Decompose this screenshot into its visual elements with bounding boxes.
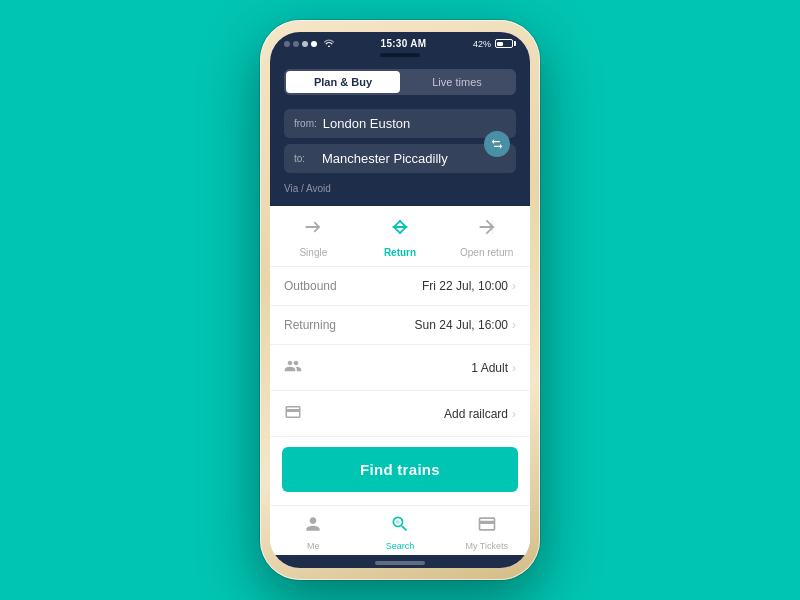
outbound-row[interactable]: Outbound Fri 22 Jul, 10:00 › [270,267,530,306]
speaker [380,53,420,57]
to-station-name: Manchester Piccadilly [322,151,448,166]
swap-stations-button[interactable] [484,131,510,157]
signal-dot-2 [293,41,299,47]
passengers-icon [284,357,304,378]
returning-label: Returning [284,318,349,332]
swap-icon [490,137,504,151]
wifi-icon [324,39,334,49]
signal-dot-1 [284,41,290,47]
returning-chevron: › [512,318,516,332]
outbound-chevron: › [512,279,516,293]
battery-area: 42% [473,39,516,49]
return-label: Return [384,247,416,258]
single-label: Single [299,247,327,258]
railcard-value: Add railcard [312,407,508,421]
outbound-value: Fri 22 Jul, 10:00 [349,279,508,293]
open-return-icon [476,216,498,243]
me-label: Me [307,541,320,551]
returning-row[interactable]: Returning Sun 24 Jul, 16:00 › [270,306,530,345]
via-avoid[interactable]: Via / Avoid [284,179,516,194]
phone-screen: 15:30 AM 42% Plan & Buy Live times [270,32,530,568]
from-label: from: [294,118,317,129]
find-trains-button[interactable]: Find trains [282,447,518,492]
status-time: 15:30 AM [381,38,427,49]
from-station-name: London Euston [323,116,410,131]
signal-dot-3 [302,41,308,47]
form-section: Outbound Fri 22 Jul, 10:00 › Returning S… [270,267,530,505]
signal-dot-4 [311,41,317,47]
railcard-chevron: › [512,407,516,421]
svg-point-0 [396,520,399,523]
battery-percent: 42% [473,39,491,49]
search-icon [390,514,410,539]
passengers-chevron: › [512,361,516,375]
phone-wrapper: 15:30 AM 42% Plan & Buy Live times [260,20,540,580]
main-content: Single Return [270,206,530,555]
tickets-icon [477,514,497,539]
journey-type-selector: Single Return [270,206,530,267]
stations-wrapper: from: London Euston to: Manchester Picca… [284,109,516,173]
to-station-row[interactable]: to: Manchester Piccadilly [284,144,516,173]
main-tabs: Plan & Buy Live times [284,69,516,95]
open-return-label: Open return [460,247,513,258]
railcard-row[interactable]: Add railcard › [270,391,530,437]
status-bar: 15:30 AM 42% [270,32,530,53]
outbound-label: Outbound [284,279,349,293]
nav-item-my-tickets[interactable]: My Tickets [443,514,530,551]
railcard-icon [284,403,304,424]
speaker-area [270,53,530,61]
from-station-row[interactable]: from: London Euston [284,109,516,138]
to-label: to: [294,153,316,164]
my-tickets-label: My Tickets [465,541,508,551]
search-label: Search [386,541,415,551]
bottom-nav: Me Search [270,505,530,555]
journey-option-open-return[interactable]: Open return [443,216,530,258]
tab-live-times[interactable]: Live times [400,71,514,93]
journey-option-return[interactable]: Return [357,216,444,258]
returning-value: Sun 24 Jul, 16:00 [349,318,508,332]
tab-plan-buy[interactable]: Plan & Buy [286,71,400,93]
home-bar [375,561,425,565]
signal-indicator [284,39,334,49]
battery-icon [495,39,516,48]
header-section: Plan & Buy Live times from: London Eusto… [270,61,530,206]
passengers-row[interactable]: 1 Adult › [270,345,530,391]
nav-item-search[interactable]: Search [357,514,444,551]
nav-item-me[interactable]: Me [270,514,357,551]
passengers-value: 1 Adult [312,361,508,375]
single-journey-icon [302,216,324,243]
journey-option-single[interactable]: Single [270,216,357,258]
return-journey-icon [389,216,411,243]
me-icon [303,514,323,539]
home-indicator-area [270,555,530,568]
